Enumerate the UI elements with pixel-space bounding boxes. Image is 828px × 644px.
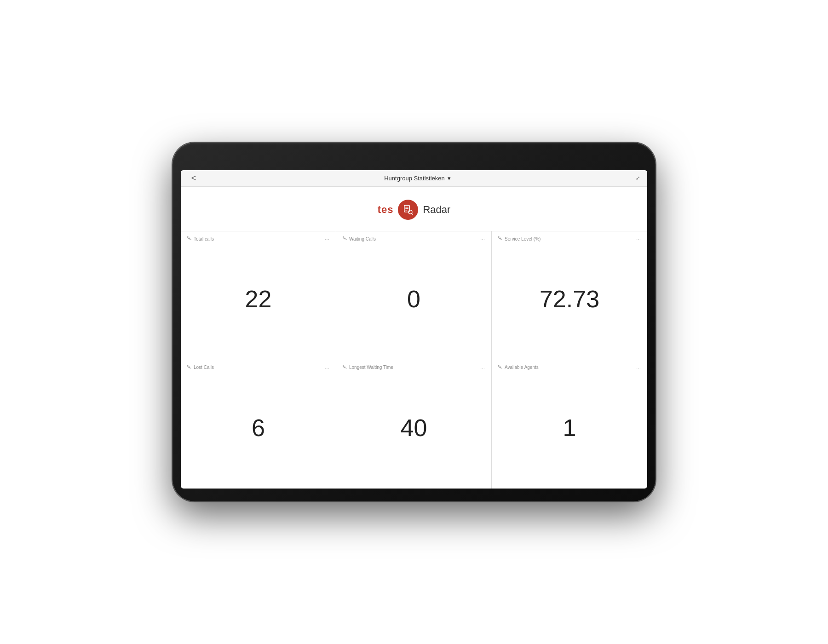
stat-cell-longest-waiting-time: Longest Waiting Time ··· 40: [336, 360, 492, 489]
stat-cell-lost-calls: Lost Calls ··· 6: [181, 360, 336, 489]
stats-grid: Total calls ··· 22 Waiting Calls ··· 0: [181, 231, 647, 489]
logo-section: tes Radar: [181, 187, 647, 231]
stat-label-text: Service Level (%): [505, 236, 540, 242]
stat-more-button[interactable]: ···: [325, 236, 329, 242]
stat-value: 0: [343, 243, 485, 355]
stat-label-text: Total calls: [194, 236, 214, 242]
logo-circle: [398, 200, 418, 220]
stat-value: 1: [498, 372, 641, 484]
tablet-screen: < Huntgroup Statistieken ▾ ⤢ tes: [181, 170, 647, 489]
stat-label-row: Longest Waiting Time: [343, 365, 485, 370]
stat-value: 40: [343, 372, 485, 484]
page-title: Huntgroup Statistieken: [384, 175, 445, 182]
stat-phone-icon: [498, 365, 503, 370]
back-button[interactable]: <: [188, 173, 199, 183]
nav-title: Huntgroup Statistieken ▾: [384, 175, 451, 182]
nav-bar: < Huntgroup Statistieken ▾ ⤢: [181, 170, 647, 187]
stat-more-button[interactable]: ···: [480, 365, 485, 371]
logo-tes-text: tes: [378, 204, 394, 216]
stat-phone-icon: [187, 236, 192, 242]
logo-icon: [402, 204, 414, 216]
stat-label-row: Lost Calls: [187, 365, 329, 370]
dropdown-icon[interactable]: ▾: [448, 175, 451, 182]
stat-phone-icon: [343, 365, 347, 370]
scene: < Huntgroup Statistieken ▾ ⤢ tes: [0, 0, 828, 644]
stat-cell-service-level: Service Level (%) ··· 72.73: [492, 231, 647, 360]
expand-button[interactable]: ⤢: [636, 175, 640, 181]
stat-more-button[interactable]: ···: [325, 365, 329, 371]
stat-more-button[interactable]: ···: [480, 236, 485, 242]
stat-label-text: Longest Waiting Time: [349, 365, 393, 370]
tablet-topbar: [181, 155, 647, 170]
stat-more-button[interactable]: ···: [636, 236, 641, 242]
stat-label-text: Waiting Calls: [349, 236, 376, 242]
stat-label-row: Available Agents: [498, 365, 641, 370]
stat-cell-available-agents: Available Agents ··· 1: [492, 360, 647, 489]
stat-value: 6: [187, 372, 329, 484]
logo-radar-text: Radar: [423, 204, 450, 216]
stat-label-row: Service Level (%): [498, 236, 641, 242]
stat-more-button[interactable]: ···: [636, 365, 641, 371]
stat-label-text: Available Agents: [505, 365, 539, 370]
stat-phone-icon: [343, 236, 347, 242]
stat-phone-icon: [498, 236, 503, 242]
tablet-shell: < Huntgroup Statistieken ▾ ⤢ tes: [172, 143, 656, 501]
stat-label-row: Waiting Calls: [343, 236, 485, 242]
stat-value: 72.73: [498, 243, 641, 355]
stat-phone-icon: [187, 365, 192, 370]
stat-label-row: Total calls: [187, 236, 329, 242]
svg-line-5: [412, 213, 413, 214]
stat-label-text: Lost Calls: [194, 365, 214, 370]
stat-cell-waiting-calls: Waiting Calls ··· 0: [336, 231, 492, 360]
stat-cell-total-calls: Total calls ··· 22: [181, 231, 336, 360]
stat-value: 22: [187, 243, 329, 355]
